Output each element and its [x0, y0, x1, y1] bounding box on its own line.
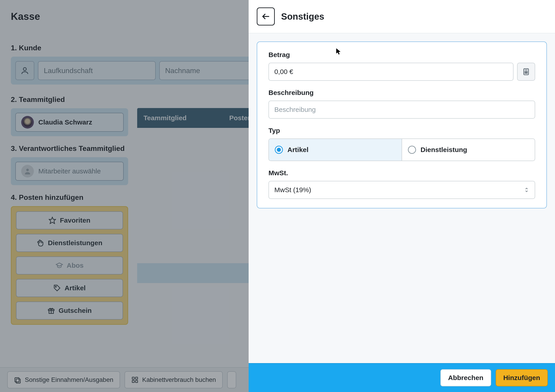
calculator-button[interactable] [517, 63, 535, 81]
typ-label: Typ [269, 127, 535, 134]
chevron-sort-icon [524, 187, 529, 193]
back-button[interactable] [257, 7, 275, 25]
add-button[interactable]: Hinzufügen [496, 369, 548, 386]
typ-dienstleistung-radio[interactable]: Dienstleistung [402, 139, 535, 160]
panel-header: Sonstiges [249, 0, 555, 33]
svg-point-17 [526, 72, 526, 72]
mwst-value: MwSt (19%) [274, 186, 311, 194]
panel-body: Betrag Beschreibung Typ Artikel [249, 33, 555, 363]
side-panel: Sonstiges Betrag Beschreibung Typ [249, 0, 555, 392]
cancel-button[interactable]: Abbrechen [440, 369, 491, 386]
beschreibung-label: Beschreibung [269, 89, 535, 96]
svg-point-20 [526, 73, 526, 73]
svg-point-18 [527, 72, 527, 72]
typ-radio-group: Artikel Dienstleistung [269, 138, 535, 161]
svg-point-21 [527, 73, 527, 73]
calculator-icon [522, 68, 530, 76]
mwst-select[interactable]: MwSt (19%) [269, 181, 535, 199]
typ-artikel-radio[interactable]: Artikel [269, 139, 402, 160]
radio-icon [408, 146, 416, 154]
beschreibung-input[interactable] [269, 101, 535, 119]
form-card: Betrag Beschreibung Typ Artikel [257, 42, 547, 208]
panel-footer: Abbrechen Hinzufügen [249, 363, 555, 392]
betrag-label: Betrag [269, 51, 535, 59]
mwst-label: MwSt. [269, 169, 535, 177]
svg-point-16 [525, 72, 525, 72]
panel-title: Sonstiges [281, 12, 324, 22]
radio-icon [275, 146, 283, 154]
betrag-input[interactable] [269, 63, 513, 81]
arrow-left-icon [261, 12, 270, 21]
svg-point-19 [525, 73, 525, 73]
